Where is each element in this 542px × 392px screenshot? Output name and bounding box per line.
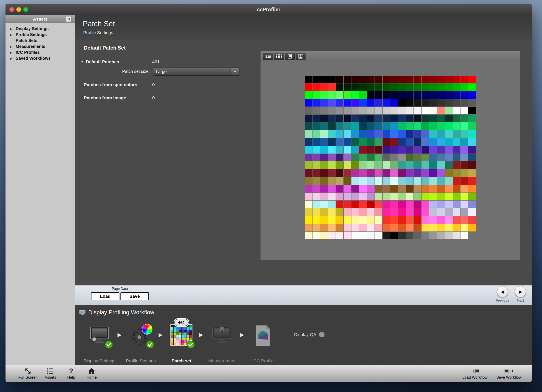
patch-cell [398,224,406,231]
patch-cell [352,146,359,153]
patch-cell [313,169,320,177]
patch-cell [390,138,398,146]
patch-cell [328,107,336,114]
patch-cell [305,130,312,138]
grid-view-icon[interactable] [274,53,284,60]
patch-cell [422,83,429,91]
patch-cell [328,83,336,91]
home-button[interactable]: Home [78,367,105,380]
patch-cell [453,83,461,91]
patch-cell [313,154,320,161]
sidebar-item-measurements[interactable]: ▶Measurements [5,44,75,49]
display-settings-icon [88,324,111,347]
patch-cell [320,216,328,224]
patch-cell [375,83,382,91]
load-workflow-button[interactable]: Load Workflow [457,367,493,380]
patch-cell [320,91,328,99]
sidebar-item-icc-profiles[interactable]: ▶ICC Profiles [5,49,75,55]
workflow-step-icc-profile[interactable]: ICC Profile [245,317,281,363]
patch-cell [437,146,445,153]
patch-cell [414,169,421,177]
patch-cell [328,138,336,146]
patch-cell [328,99,336,107]
patch-count-badge: 461 [174,319,189,326]
patch-cell [344,161,351,169]
patch-cell [437,177,445,185]
patch-cell [383,208,390,216]
patch-cell [445,185,453,192]
chevron-right-icon[interactable]: ▶ [10,50,16,56]
patch-cell [305,185,312,192]
patch-cell [375,99,382,107]
patch-cell [461,114,468,122]
patch-cell [336,161,343,169]
patch-cell [383,146,390,153]
workflow-step-display-settings[interactable]: Display Settings [81,317,118,363]
portrait-icon[interactable] [296,53,305,60]
patch-cell [461,232,468,239]
save-workflow-button[interactable]: Save Workflow [491,367,527,380]
chevron-right-icon[interactable]: ▶ [10,56,16,62]
next-button[interactable]: ▶ [515,286,526,297]
sidebar-item-display-settings[interactable]: ▶Display Settings [5,26,75,32]
patch-cell [406,208,414,216]
patch-set-size-select[interactable]: Large ▼ [153,68,239,76]
section-title: Default Patch Set [84,45,125,51]
chevron-right-icon[interactable]: ▶ [10,32,16,38]
patch-cell [453,122,461,130]
close-button[interactable] [9,7,14,12]
sidebar-item-patch-sets[interactable]: ▶Patch Sets [5,38,75,44]
sigma-table-icon[interactable]: Σ [263,53,273,60]
patch-page-icon[interactable] [285,53,295,60]
patch-cell [383,193,390,200]
chevron-right-icon[interactable]: ▶ [10,26,16,32]
patch-cell [422,146,429,153]
patch-cell [367,146,375,153]
chevron-down-icon[interactable]: ▼ [81,60,84,64]
patch-cell [468,99,476,107]
patch-cell [422,130,429,138]
patch-cell [375,122,382,130]
patch-cell [414,107,421,114]
refresh-icon[interactable]: ↻ [66,16,71,22]
workflow-step-measurement[interactable]: Measurement [204,317,240,363]
patch-cell [352,193,359,200]
patch-cell [398,193,406,200]
workflow-step-profile-settings[interactable]: Profile Settings [123,317,159,363]
patch-cell [437,76,445,83]
patch-cell [390,130,398,138]
patch-cell [328,76,336,83]
patch-cell [336,201,343,208]
save-button[interactable]: Save [120,292,149,300]
patch-cell [414,177,421,185]
patch-cell [359,169,367,177]
patch-cell [383,138,390,146]
patch-cell [375,177,382,185]
patch-cell [336,114,343,122]
sidebar-item-saved-workflows[interactable]: ▶Saved Workflows [5,55,75,61]
patch-cell [437,224,445,231]
zoom-button[interactable] [23,7,28,12]
chevron-right-icon[interactable]: ▶ [10,44,16,50]
sidebar-item-profile-settings[interactable]: ▶Profile Settings [5,32,75,38]
patch-cell [352,232,359,239]
display-qa-link[interactable]: Display QA → [294,332,325,337]
load-button[interactable]: Load [91,292,119,300]
patch-cell [344,107,351,114]
patch-cell [359,232,367,239]
patch-cell [375,208,382,216]
patch-cell [398,232,406,239]
assets-sidebar: Assets ↻ ▶Display Settings ▶Profile Sett… [5,15,75,365]
workflow-step-patch-set[interactable]: 461 Patch set [163,317,200,363]
patch-cell [367,208,375,216]
previous-button[interactable]: ◀ [497,286,508,297]
patch-cell [359,107,367,114]
patch-cell [422,208,429,216]
patch-cell [390,201,398,208]
patch-cell [398,138,406,146]
minimize-button[interactable] [16,7,21,12]
patch-cell [445,216,453,224]
patch-cell [422,201,429,208]
patch-cell [414,161,421,169]
check-icon [187,341,195,348]
